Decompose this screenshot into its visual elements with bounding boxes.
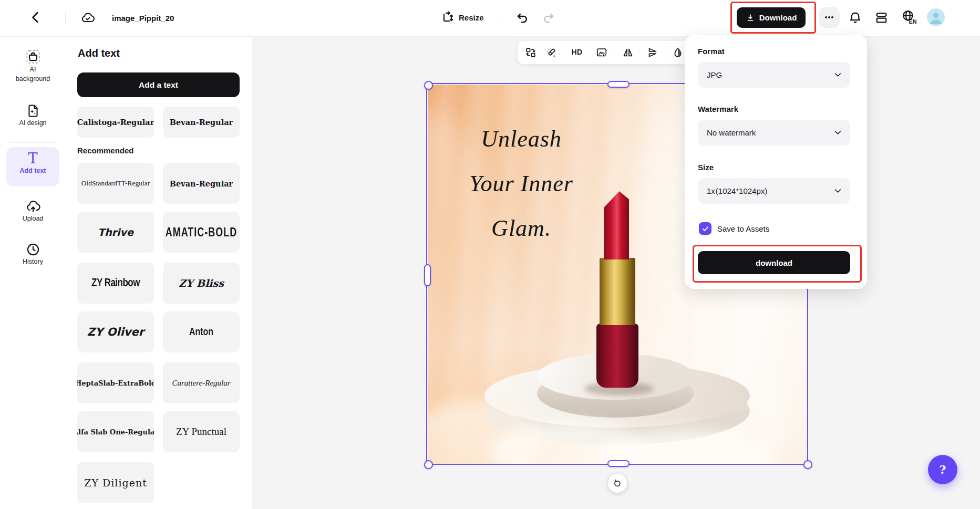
question-mark-icon: ? [940, 463, 946, 476]
sidebar-item-history[interactable]: History [0, 242, 66, 266]
resize-handle-top[interactable] [607, 81, 630, 88]
upload-cloud-icon [26, 199, 40, 214]
back-button[interactable] [29, 11, 43, 24]
resize-handle-bottom[interactable] [607, 460, 630, 467]
download-menu: Format JPG Watermark No watermark Size 1… [685, 35, 867, 289]
download-highlight-box [730, 2, 816, 34]
sidebar-divider [9, 142, 56, 143]
language-button[interactable]: EN [901, 9, 916, 25]
person-icon [927, 8, 945, 26]
sidebar-label: Add text [0, 166, 66, 175]
sidebar-label: History [0, 257, 66, 266]
lang-code-label: EN [909, 18, 916, 25]
tagline-line: Your Inner [448, 162, 595, 206]
toolbar-divider [614, 48, 614, 57]
image-tagline-text: Unleash Your Inner Glam. [448, 117, 595, 251]
cloud-saved-icon [81, 11, 95, 25]
bell-icon [848, 11, 862, 25]
flip-vertical-icon[interactable] [647, 47, 658, 58]
font-card[interactable]: HeptaSlab-ExtraBold [77, 362, 154, 403]
sidebar-label: background [0, 74, 66, 84]
menu-download-label: download [756, 258, 792, 267]
font-card[interactable]: ZY Rainbow [77, 263, 154, 304]
sidebar-item-add-text[interactable]: T Add text [0, 151, 66, 175]
size-label: Size [698, 163, 714, 172]
undo-button[interactable] [515, 11, 529, 25]
resize-button[interactable]: Resize [441, 11, 484, 24]
adjust-icon[interactable] [672, 47, 684, 58]
font-card[interactable]: Thrive [77, 212, 154, 253]
flip-horizontal-icon[interactable] [622, 47, 634, 58]
resize-handle-top-left[interactable] [424, 81, 433, 90]
resize-handle-bottom-left[interactable] [424, 460, 433, 469]
billing-button[interactable] [874, 11, 889, 25]
font-card[interactable]: ZY Diligent [77, 462, 154, 503]
watermark-label: Watermark [698, 105, 738, 113]
resize-handle-bottom-right[interactable] [803, 460, 812, 469]
toolbar-divider [666, 48, 666, 57]
font-card[interactable]: ZY Oliver [77, 311, 154, 352]
redo-button[interactable] [542, 11, 555, 25]
font-card[interactable]: OldStandardTT-Regular [77, 163, 154, 204]
format-label: Format [698, 47, 725, 56]
ellipsis-icon [823, 12, 835, 23]
tool-sidebar: AI background AI design T Add text Uploa… [0, 36, 66, 509]
lipstick-base [596, 324, 638, 388]
resize-icon [441, 11, 455, 24]
magic-eraser-icon[interactable] [545, 47, 557, 58]
watermark-select[interactable]: No watermark [698, 120, 850, 146]
font-card-label: ZY Rainbow [91, 277, 140, 290]
add-text-panel: Add text Add a text Calistoga-Regular Be… [66, 36, 252, 509]
size-select[interactable]: 1x(1024*1024px) [698, 178, 850, 204]
sidebar-item-ai-background[interactable]: AI background [0, 49, 66, 84]
watermark-value: No watermark [707, 128, 756, 137]
chevron-down-icon [833, 70, 843, 80]
font-card-label: Anton [189, 326, 213, 338]
recommended-section-label: Recommended [77, 146, 134, 155]
topbar-divider [501, 11, 501, 25]
undo-icon [515, 11, 529, 25]
menu-download-button[interactable]: download [698, 251, 850, 274]
resize-handle-left[interactable] [424, 264, 431, 286]
add-a-text-button[interactable]: Add a text [77, 72, 240, 97]
bag-select-icon [25, 49, 41, 65]
font-card[interactable]: Carattere-Regular [163, 362, 240, 403]
document-title[interactable]: image_Pippit_20 [112, 14, 174, 23]
sidebar-item-upload[interactable]: Upload [0, 199, 66, 223]
resize-label: Resize [459, 13, 484, 22]
lipstick-bullet [604, 191, 629, 259]
font-card[interactable]: Bevan-Regular [163, 107, 240, 138]
sidebar-item-ai-design[interactable]: AI design [0, 103, 66, 128]
font-card-label: AMATIC-BOLD [166, 225, 238, 240]
font-card[interactable]: Anton [163, 311, 240, 352]
rotate-handle[interactable] [608, 474, 627, 493]
hd-toggle[interactable]: HD [570, 48, 584, 56]
globe-icon: EN [901, 9, 916, 25]
avatar[interactable] [927, 8, 945, 26]
chevron-down-icon [833, 128, 843, 138]
format-value: JPG [707, 70, 722, 79]
lipstick-gold-band [600, 258, 635, 325]
font-card[interactable]: ZY Punctual [163, 411, 240, 452]
font-card[interactable]: Bevan-Regular [163, 163, 240, 204]
topbar-divider [65, 11, 66, 25]
card-stack-icon [874, 11, 889, 25]
chevron-left-icon [33, 13, 38, 22]
regenerate-image-icon[interactable] [596, 47, 607, 58]
font-card[interactable]: Alfa Slab One-Regular [77, 411, 154, 452]
rotate-icon [613, 479, 623, 489]
notifications-button[interactable] [848, 11, 862, 25]
size-value: 1x [707, 186, 715, 195]
format-select[interactable]: JPG [698, 62, 850, 88]
swap-icon[interactable] [525, 47, 537, 58]
help-button[interactable]: ? [928, 455, 957, 484]
more-options-button[interactable] [819, 7, 840, 28]
font-card[interactable]: Calistoga-Regular [77, 107, 154, 138]
text-tool-icon: T [0, 151, 66, 166]
font-card[interactable]: AMATIC-BOLD [163, 212, 240, 253]
check-icon [702, 225, 709, 233]
font-card[interactable]: ZY Bliss [163, 263, 240, 304]
image-toolbar: HD [518, 41, 689, 64]
chevron-down-icon [833, 186, 843, 196]
save-to-assets-checkbox[interactable] [699, 222, 711, 235]
